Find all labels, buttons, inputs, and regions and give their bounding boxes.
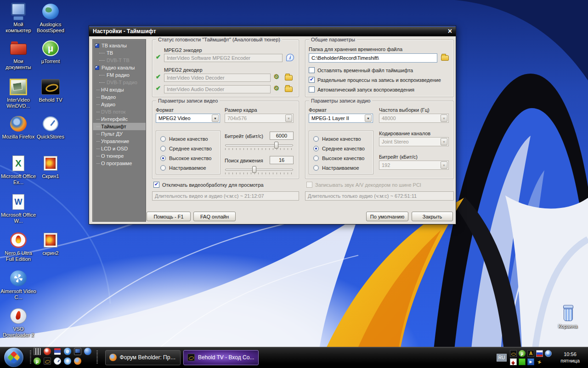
quality-radio-option[interactable]: Настраиваемое	[309, 163, 373, 172]
faq-button[interactable]: FAQ онлайн	[193, 212, 236, 221]
radio-icon[interactable]	[160, 146, 166, 151]
sidebar-item[interactable]: Таймшифт	[93, 123, 146, 130]
dropdown-arrow-icon[interactable]	[212, 115, 219, 122]
player-tray-icon[interactable]	[527, 358, 534, 365]
dropdown-arrow-icon[interactable]	[365, 115, 372, 122]
quickstores-clock-icon[interactable]	[54, 357, 61, 365]
taskbar-clock[interactable]: 10:56 пятница	[557, 351, 583, 364]
sidebar-item[interactable]: DVB поток	[93, 108, 146, 115]
green-status-icon[interactable]	[519, 358, 526, 365]
taskbar-task-button[interactable]: Форум Beholder: Про...	[105, 350, 181, 365]
sidebar-item[interactable]: Интерфейс	[93, 115, 146, 123]
sidebar-item[interactable]: Аудио	[93, 101, 146, 108]
window-titlebar[interactable]: Настройки - Таймшифт ×	[89, 26, 456, 36]
codec-browse-folder-icon[interactable]	[285, 86, 293, 92]
behold-tv-tray-icon[interactable]	[510, 350, 517, 357]
browse-folder-icon[interactable]	[441, 55, 449, 61]
desktop-icon[interactable]: Корзина	[549, 305, 586, 329]
radio-icon[interactable]	[313, 136, 319, 142]
desktop-icon[interactable]: Мой компьютер	[0, 3, 37, 34]
quality-radio-option[interactable]: Среднее качество	[309, 144, 373, 153]
blue-orb-tray-icon[interactable]	[545, 350, 552, 357]
radio-icon[interactable]	[313, 155, 319, 161]
wand-icon[interactable]	[536, 358, 543, 365]
nero-icon[interactable]	[44, 348, 51, 355]
audio-format-combobox[interactable]: MPEG-1 Layer II	[309, 114, 373, 123]
radio-icon[interactable]	[160, 165, 166, 171]
blue-orb-icon[interactable]	[84, 348, 91, 355]
general-checkbox[interactable]: Автоматический запуск воспроизведения	[309, 86, 414, 92]
updown-arrows-icon[interactable]	[510, 358, 517, 365]
slider-thumb[interactable]	[274, 142, 278, 149]
general-checkbox[interactable]: Раздельные процессы на запись и воспроиз…	[309, 77, 441, 83]
media-codec-icon[interactable]	[34, 348, 41, 355]
help-button[interactable]: Помощь - F1	[147, 212, 191, 221]
quality-radio-option[interactable]: Среднее качество	[156, 144, 220, 153]
motion-search-slider[interactable]	[225, 166, 293, 174]
video-format-combobox[interactable]: MPEG2 Video	[156, 114, 220, 123]
checkbox-icon[interactable]	[309, 77, 315, 83]
start-button[interactable]	[4, 348, 23, 367]
quality-radio-option[interactable]: Низкое качество	[156, 134, 220, 144]
checkbox-icon[interactable]	[309, 67, 315, 73]
sidebar-item[interactable]: Управление	[93, 138, 146, 145]
desktop-icon[interactable]: µTorrent	[32, 40, 69, 64]
sidebar-item[interactable]: DVB-T ТВ	[93, 57, 146, 64]
close-icon[interactable]: ×	[448, 28, 452, 35]
quality-radio-option[interactable]: Низкое качество	[309, 134, 373, 144]
slider-track[interactable]	[225, 169, 293, 171]
sidebar-item[interactable]: DVB-T радио	[93, 79, 146, 86]
desktop-icon[interactable]: Nero 6 Ultra Full Edition	[0, 231, 37, 262]
radio-icon[interactable]	[160, 155, 166, 161]
general-checkbox[interactable]: Оставлять временный файл таймшифта	[309, 67, 413, 73]
sidebar-item[interactable]: НЧ входы	[93, 86, 146, 93]
desktop-icon[interactable]: VSO Downloader 2	[0, 307, 37, 338]
utorrent-tray-icon[interactable]	[519, 350, 526, 357]
radio-icon[interactable]	[160, 136, 166, 142]
sidebar-item[interactable]: Пульт ДУ	[93, 130, 146, 138]
taskbar-task-button[interactable]: Behold TV - Вход Со...	[183, 350, 259, 365]
sidebar-item[interactable]: FM радио	[93, 71, 146, 79]
codec-select-icon[interactable]	[273, 85, 282, 92]
utorrent-icon[interactable]	[34, 357, 41, 365]
video-bitrate-value[interactable]: 6000	[270, 132, 294, 140]
temp-folder-input[interactable]: C:\Beholder\Record\Timeshift\	[309, 53, 437, 63]
desktop-icon[interactable]: QuickStores	[32, 115, 69, 140]
sidebar-item[interactable]: Видео	[93, 93, 146, 101]
video-bitrate-slider[interactable]	[225, 142, 293, 150]
slider-track[interactable]	[225, 144, 293, 146]
desktop-icon[interactable]: Мои документы	[0, 40, 37, 70]
checkbox-icon[interactable]	[309, 86, 315, 92]
sidebar-item[interactable]: О тюнере	[93, 152, 146, 160]
disable-processing-checkbox[interactable]: Отключать видеообработку для просмотра	[153, 182, 264, 188]
punto-switcher-icon[interactable]	[527, 350, 534, 357]
motion-search-value[interactable]: 16	[270, 156, 294, 164]
convertx-icon[interactable]	[64, 357, 71, 365]
desktop-icon[interactable]: Mozilla Firefox	[0, 115, 37, 140]
sidebar-item[interactable]: О программе	[93, 160, 146, 167]
desktop-icon[interactable]: Microsoft Office W...	[0, 193, 37, 224]
close-button[interactable]: Закрыть	[412, 212, 453, 221]
codec-select-icon[interactable]	[273, 73, 282, 80]
quality-radio-option[interactable]: Высокое качество	[156, 153, 220, 163]
desktop-icon[interactable]: скрин2	[32, 231, 69, 256]
defaults-button[interactable]: По умолчанию	[366, 212, 408, 221]
radio-icon[interactable]	[313, 165, 319, 171]
ru-flag-icon[interactable]	[536, 350, 543, 357]
sidebar-item[interactable]: ТВ каналы	[93, 42, 146, 49]
internet-explorer-icon[interactable]	[64, 348, 71, 355]
desktop-icon[interactable]: Microsoft Office Ex...	[0, 155, 37, 185]
quality-radio-option[interactable]: Высокое качество	[309, 153, 373, 163]
floppy-save-icon[interactable]	[54, 348, 61, 355]
checkbox-icon[interactable]	[153, 182, 159, 188]
desktop-icon[interactable]: Behold TV	[32, 78, 69, 103]
display-icon[interactable]	[74, 348, 81, 355]
sidebar-item[interactable]: LCD и OSD	[93, 145, 146, 152]
info-icon[interactable]	[286, 54, 294, 61]
desktop-icon[interactable]: Auslogics BoostSpeed	[32, 3, 69, 34]
slider-thumb[interactable]	[252, 166, 256, 173]
desktop-icon[interactable]: Aimersoft Video C...	[0, 270, 37, 300]
desktop-icon[interactable]: InterVideo WinDVD...	[0, 78, 37, 109]
quality-radio-option[interactable]: Настраиваемое	[156, 163, 220, 172]
behold-tv-icon[interactable]	[44, 357, 51, 365]
